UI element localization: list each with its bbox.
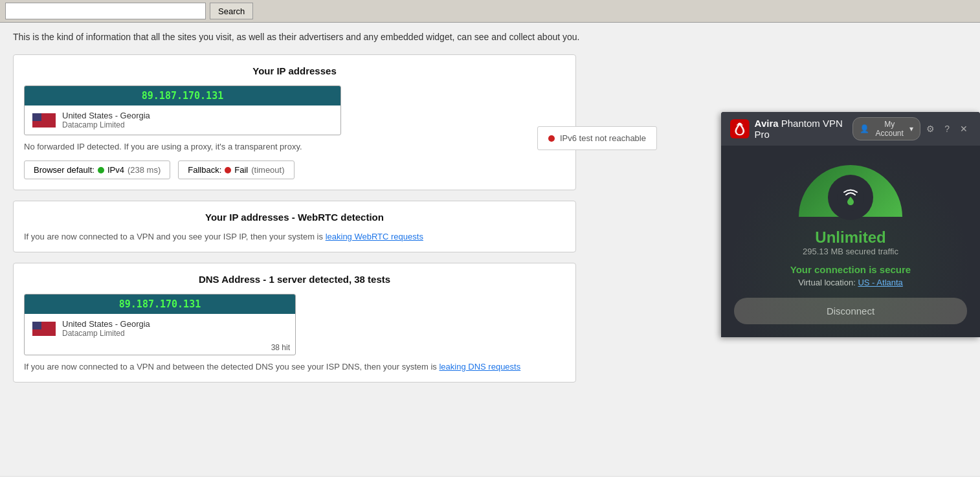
my-account-button[interactable]: 👤 My Account ▾ [852, 117, 920, 140]
ipv4-ms: (238 ms) [128, 165, 161, 175]
no-forward-text: No forwarded IP detected. If you are usi… [24, 142, 565, 151]
vpn-traffic-label: Unlimited [815, 228, 885, 247]
dns-warning: If you are now connected to a VPN and be… [24, 362, 565, 372]
help-button[interactable]: ? [940, 121, 954, 137]
ipv6-red-dot-icon [548, 135, 555, 142]
dns-country: United States - Georgia [62, 319, 150, 329]
ip-country: United States - Georgia [62, 111, 150, 120]
avira-shield-icon [837, 184, 864, 211]
webrtc-card: Your IP addresses - WebRTC detection If … [13, 201, 576, 252]
account-chevron-icon: ▾ [909, 124, 913, 133]
dns-isp: Datacamp Limited [62, 329, 150, 338]
search-input[interactable] [5, 3, 206, 19]
ip-address: 89.187.170.131 [25, 86, 340, 105]
browser-default-label: Browser default: [34, 165, 95, 175]
dns-hit-count: 38 hit [25, 343, 295, 355]
fail-label: Fail [234, 165, 248, 175]
vpn-header: Avira Phantom VPN Pro 👤 My Account ▾ ⚙ ?… [721, 112, 980, 146]
account-label: My Account [872, 120, 907, 138]
browser-default-pill: Browser default: IPv4 (238 ms) [24, 161, 170, 179]
vpn-header-left: Avira Phantom VPN Pro [730, 118, 852, 140]
webrtc-card-title: Your IP addresses - WebRTC detection [24, 212, 565, 223]
vpn-body: Unlimited 295.13 MB secured traffic Your… [721, 146, 980, 337]
dns-ip-address: 89.187.170.131 [25, 294, 295, 314]
fallback-pill: Fallback: Fail (timeout) [178, 161, 294, 179]
ipv6-text: IPv6 test not reachable [560, 133, 646, 143]
dns-card-title: DNS Address - 1 server detected, 38 test… [24, 274, 565, 285]
shield-icon [799, 165, 902, 217]
ip-card-title: Your IP addresses [24, 65, 565, 76]
dns-leak-link[interactable]: leaking DNS requests [439, 362, 520, 372]
ip-display: 89.187.170.131 United States - Georgia D… [24, 85, 341, 135]
green-dot-icon [98, 167, 104, 173]
dns-ip-display: 89.187.170.131 United States - Georgia D… [24, 294, 296, 355]
ipv6-box: IPv6 test not reachable [537, 126, 657, 150]
settings-button[interactable]: ⚙ [923, 121, 937, 137]
account-person-icon: 👤 [860, 124, 869, 133]
main-content: This is the kind of information that all… [0, 23, 980, 476]
vpn-secure-label: Your connection is secure [790, 264, 911, 275]
avira-logo-icon [730, 118, 750, 139]
fallback-label: Fallback: [188, 165, 221, 175]
top-bar: Search [0, 0, 980, 23]
shield-container [799, 152, 902, 217]
vpn-panel: Avira Phantom VPN Pro 👤 My Account ▾ ⚙ ?… [721, 112, 980, 337]
ip-location-row: United States - Georgia Datacamp Limited [25, 105, 340, 135]
vpn-traffic-amount: 295.13 MB secured traffic [803, 247, 898, 256]
dns-location-row: United States - Georgia Datacamp Limited [25, 314, 295, 343]
close-button[interactable]: ✕ [957, 121, 971, 137]
dns-us-flag-icon [32, 322, 56, 336]
search-button[interactable]: Search [210, 3, 253, 19]
webrtc-warning: If you are now connected to a VPN and yo… [24, 232, 565, 241]
dns-card: DNS Address - 1 server detected, 38 test… [13, 263, 576, 383]
location-label: Virtual location: [798, 278, 856, 287]
ip-addresses-card: Your IP addresses 89.187.170.131 United … [13, 54, 576, 190]
intro-text: This is the kind of information that all… [13, 30, 967, 44]
red-dot-icon [225, 167, 231, 173]
webrtc-leak-link[interactable]: leaking WebRTC requests [326, 232, 423, 241]
vpn-location: Virtual location: US - Atlanta [798, 278, 903, 287]
timeout-label: (timeout) [251, 165, 284, 175]
vpn-title: Avira Phantom VPN Pro [755, 118, 852, 140]
disconnect-button[interactable]: Disconnect [734, 298, 967, 324]
ipv4-label: IPv4 [107, 165, 124, 175]
us-flag-icon [32, 113, 56, 128]
vpn-header-right: 👤 My Account ▾ ⚙ ? ✕ [852, 117, 971, 140]
vpn-location-link[interactable]: US - Atlanta [858, 278, 902, 287]
shield-inner-icon [828, 175, 873, 220]
test-row: Browser default: IPv4 (238 ms) Fallback:… [24, 161, 565, 179]
ip-isp: Datacamp Limited [62, 120, 150, 129]
